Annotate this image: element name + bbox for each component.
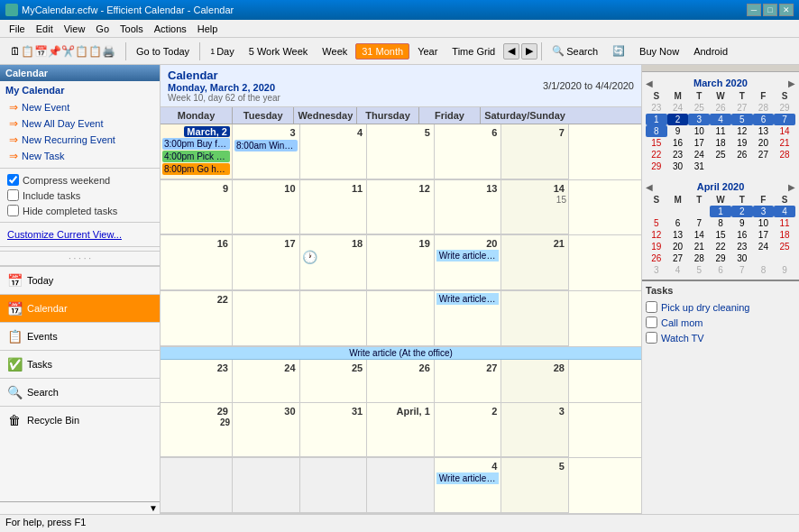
nav-tasks[interactable]: ✅ Tasks	[0, 350, 160, 378]
mini-day-13[interactable]: 13	[753, 125, 775, 137]
cal-cell-mar10[interactable]: 10	[233, 180, 300, 235]
apr-mini-nm-4[interactable]: 4	[667, 264, 689, 276]
mini-day-18[interactable]: 18	[710, 137, 731, 149]
mini-day-24a[interactable]: 24	[667, 102, 689, 114]
apr-mini-day-14[interactable]: 14	[688, 229, 710, 241]
cal-cell-mar5[interactable]: 5	[367, 124, 435, 179]
go-to-today-button[interactable]: Go to Today	[130, 43, 196, 60]
event-pick-up-kid[interactable]: 4:00pm Pick up kid	[162, 151, 230, 162]
cal-cell-mar22c[interactable]	[300, 291, 368, 346]
new-all-day-event-action[interactable]: ⇒ New All Day Event	[0, 115, 160, 132]
apr-mini-day-5[interactable]: 5	[646, 217, 667, 229]
cal-cell-empty2[interactable]	[233, 458, 300, 513]
mini-day-26a[interactable]: 26	[710, 102, 731, 114]
title-controls[interactable]: ─ □ ✕	[747, 4, 794, 16]
write-article-event-3[interactable]: Write article (At 🕐	[436, 472, 500, 484]
mini-day-1[interactable]: 1	[646, 114, 667, 125]
menu-edit[interactable]: Edit	[31, 22, 59, 36]
cal-cell-apr3[interactable]: 3	[501, 403, 569, 458]
nav-next-button[interactable]: ▶	[521, 43, 537, 60]
mini-day-24[interactable]: 24	[688, 149, 710, 161]
cal-cell-mar14[interactable]: 14 15	[501, 180, 569, 235]
cal-cell-mar23[interactable]: 23	[161, 360, 233, 402]
year-button[interactable]: Year	[411, 43, 444, 60]
buy-now-button[interactable]: Buy Now	[633, 43, 685, 60]
cal-cell-mar30[interactable]: 30	[233, 403, 300, 458]
nav-prev-button[interactable]: ◀	[503, 43, 519, 60]
mini-cal-next[interactable]: ▶	[788, 78, 795, 88]
day-button[interactable]: 1 Day	[204, 43, 241, 60]
apr-mini-day-4[interactable]: 4	[774, 206, 795, 217]
menu-go[interactable]: Go	[90, 22, 115, 36]
mini-day-25[interactable]: 25	[710, 149, 731, 161]
month-button[interactable]: 31 Month	[355, 43, 409, 60]
apr-mini-day-18[interactable]: 18	[774, 229, 795, 241]
cal-cell-mar6[interactable]: 6	[435, 124, 502, 179]
task-2-checkbox[interactable]	[646, 316, 657, 328]
mini-day-22[interactable]: 22	[646, 149, 667, 161]
apr-mini-nm-7[interactable]: 7	[731, 264, 753, 276]
cal-cell-mar16[interactable]: 16	[161, 235, 233, 290]
mini-day-14[interactable]: 14	[774, 125, 795, 137]
minimize-button[interactable]: ─	[747, 4, 761, 16]
menu-actions[interactable]: Actions	[149, 22, 192, 36]
task-3-checkbox[interactable]	[646, 332, 657, 344]
cal-cell-mar22b[interactable]	[233, 291, 300, 346]
cal-cell-mar20[interactable]: 20 Write article (At the office)	[435, 235, 502, 290]
nav-events[interactable]: 📋 Events	[0, 322, 160, 350]
mini-day-10[interactable]: 10	[688, 125, 710, 137]
apr-mini-day-26[interactable]: 26	[646, 252, 667, 264]
cal-cell-mar27[interactable]: 27	[435, 360, 502, 402]
apr-mini-day-30[interactable]: 30	[731, 252, 753, 264]
apr-mini-nm-9[interactable]: 9	[774, 264, 795, 276]
mini-cal-april-next[interactable]: ▶	[788, 182, 795, 192]
cal-cell-mar11[interactable]: 11	[300, 180, 368, 235]
apr-mini-day-12[interactable]: 12	[646, 229, 667, 241]
cal-cell-mar25[interactable]: 25	[300, 360, 368, 402]
cal-cell-mar13[interactable]: 13	[435, 180, 502, 235]
mini-day-5[interactable]: 5	[731, 114, 753, 125]
write-article-event-1[interactable]: Write article (At the office)	[436, 250, 500, 261]
mini-day-26[interactable]: 26	[731, 149, 753, 161]
apr-mini-nm-8[interactable]: 8	[753, 264, 775, 276]
event-windows[interactable]: 8:00am WindowsR	[234, 140, 298, 151]
apr-mini-day-2[interactable]: 2	[731, 206, 753, 217]
apr-mini-day-25[interactable]: 25	[774, 241, 795, 252]
new-recurring-event-action[interactable]: ⇒ New Recurring Event	[0, 132, 160, 148]
mini-day-31[interactable]: 31	[688, 161, 710, 172]
cal-cell-mar21[interactable]: 21	[501, 235, 569, 290]
cal-cell-mar29[interactable]: 29 29	[161, 403, 233, 458]
apr-mini-day-7[interactable]: 7	[688, 217, 710, 229]
mini-day-28[interactable]: 28	[774, 149, 795, 161]
cal-cell-empty4[interactable]	[367, 458, 435, 513]
cal-cell-mar28[interactable]: 28	[501, 360, 569, 402]
apr-mini-day-20[interactable]: 20	[667, 241, 689, 252]
mini-day-11[interactable]: 11	[710, 125, 731, 137]
apr-mini-day-9[interactable]: 9	[731, 217, 753, 229]
customize-view-link[interactable]: Customize Current View...	[0, 226, 160, 243]
cal-cell-apr2[interactable]: 2	[435, 403, 502, 458]
mini-day-29[interactable]: 29	[646, 161, 667, 172]
mini-day-8[interactable]: 8	[646, 125, 667, 137]
cal-cell-mar22[interactable]: 22	[161, 291, 233, 346]
new-task-action[interactable]: ⇒ New Task	[0, 148, 160, 164]
mini-day-9[interactable]: 9	[667, 125, 689, 137]
apr-mini-day-6[interactable]: 6	[667, 217, 689, 229]
mini-day-30[interactable]: 30	[667, 161, 689, 172]
mini-day-23[interactable]: 23	[667, 149, 689, 161]
nav-search[interactable]: 🔍 Search	[0, 378, 160, 406]
cal-cell-mar17[interactable]: 17	[233, 235, 300, 290]
cal-cell-mar22e[interactable]: Write article (At th 🕐	[435, 291, 502, 346]
apr-mini-day-21[interactable]: 21	[688, 241, 710, 252]
nav-calendar[interactable]: 📆 Calendar	[0, 294, 160, 322]
search-button[interactable]: 🔍 Search	[546, 42, 604, 60]
mini-day-19[interactable]: 19	[731, 137, 753, 149]
cal-cell-mar3[interactable]: 3 8:00am WindowsR	[233, 124, 300, 179]
apr-mini-day-24[interactable]: 24	[753, 241, 775, 252]
mini-day-7[interactable]: 7	[774, 114, 795, 125]
cal-cell-mar31[interactable]: 31	[300, 403, 368, 458]
mini-day-23a[interactable]: 23	[646, 102, 667, 114]
mini-day-29a[interactable]: 29	[774, 102, 795, 114]
apr-mini-day-10[interactable]: 10	[753, 217, 775, 229]
cal-cell-apr5[interactable]: 5	[501, 458, 569, 513]
